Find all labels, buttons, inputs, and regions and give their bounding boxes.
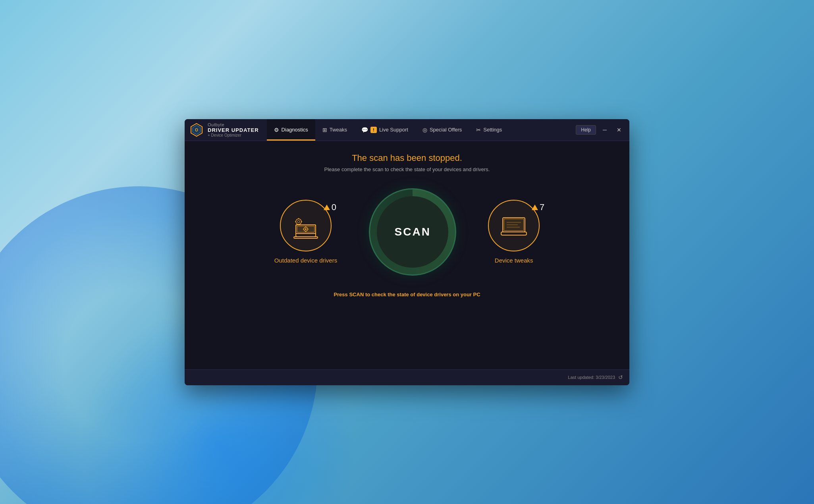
outdated-drivers-svg-icon xyxy=(290,210,322,241)
scan-outer-ring: SCAN xyxy=(369,188,456,276)
tab-live-support-label: Live Support xyxy=(379,127,408,133)
bottom-bar: Last updated: 3/23/2023 ↺ xyxy=(185,369,629,385)
tab-settings[interactable]: ✂ Settings xyxy=(469,119,509,141)
app-title-text: Outbyte DRIVER UPDATER + Device Optimize… xyxy=(208,122,259,137)
app-subtitle-label: + Device Optimizer xyxy=(208,133,259,137)
scan-button-wrap: SCAN xyxy=(369,188,456,276)
main-content: The scan has been stopped. Please comple… xyxy=(185,141,629,369)
tab-settings-label: Settings xyxy=(483,127,502,133)
tab-tweaks[interactable]: ⊞ Tweaks xyxy=(315,119,354,141)
warning-triangle-drivers xyxy=(324,205,330,210)
device-tweaks-count: 7 xyxy=(540,202,544,212)
device-tweaks-badge: 7 xyxy=(532,202,544,212)
outdated-drivers-icon-wrap: 0 xyxy=(280,200,332,251)
live-support-icon: 💬 xyxy=(361,127,368,133)
press-scan-keyword: SCAN xyxy=(349,292,364,297)
svg-rect-21 xyxy=(501,232,527,235)
press-scan-before: Press xyxy=(334,292,349,297)
device-tweaks-label: Device tweaks xyxy=(495,257,533,264)
window-controls: Help ─ ✕ xyxy=(576,124,625,135)
tab-live-support[interactable]: 💬 ! Live Support xyxy=(354,119,415,141)
app-title-label: DRIVER UPDATER xyxy=(208,127,259,133)
tab-diagnostics[interactable]: ⚙ Diagnostics xyxy=(267,119,315,141)
refresh-icon[interactable]: ↺ xyxy=(618,374,623,380)
tab-tweaks-label: Tweaks xyxy=(330,127,347,133)
scan-status-title: The scan has been stopped. xyxy=(352,153,462,163)
svg-rect-25 xyxy=(513,232,515,232)
special-offers-icon: ◎ xyxy=(422,127,427,133)
app-window: O Outbyte DRIVER UPDATER + Device Optimi… xyxy=(185,119,629,385)
svg-rect-5 xyxy=(294,237,318,238)
close-button[interactable]: ✕ xyxy=(613,124,625,135)
device-tweaks-icon-wrap: 7 xyxy=(488,200,540,251)
outdated-drivers-badge: 0 xyxy=(324,202,336,212)
help-button[interactable]: Help xyxy=(576,125,596,135)
title-bar: O Outbyte DRIVER UPDATER + Device Optimi… xyxy=(185,119,629,141)
press-scan-after: to check the state of device drivers on … xyxy=(364,292,480,297)
nav-tabs: ⚙ Diagnostics ⊞ Tweaks 💬 ! Live Support … xyxy=(267,119,576,141)
minimize-icon: ─ xyxy=(603,127,607,133)
svg-text:O: O xyxy=(195,128,198,132)
close-icon: ✕ xyxy=(617,127,621,133)
svg-point-8 xyxy=(305,228,307,230)
svg-point-13 xyxy=(296,219,301,224)
diagnostics-icon: ⚙ xyxy=(274,127,279,133)
scan-status-subtitle: Please complete the scan to check the st… xyxy=(324,166,490,172)
last-updated-label: Last updated: 3/23/2023 xyxy=(568,375,615,380)
outdated-drivers-count: 0 xyxy=(332,202,336,212)
app-vendor-label: Outbyte xyxy=(208,122,259,127)
tab-diagnostics-label: Diagnostics xyxy=(282,127,308,133)
device-tweaks-card: 7 Device tweaks xyxy=(488,200,540,264)
scan-area: 0 Outdated device drivers SCAN xyxy=(274,188,540,276)
device-tweaks-svg-icon xyxy=(498,210,530,241)
press-scan-instruction: Press SCAN to check the state of device … xyxy=(334,292,480,297)
tab-special-offers[interactable]: ◎ Special Offers xyxy=(415,119,469,141)
svg-point-14 xyxy=(297,220,300,223)
live-support-badge: ! xyxy=(370,127,377,133)
minimize-button[interactable]: ─ xyxy=(599,124,610,135)
app-logo-icon: O xyxy=(189,123,204,137)
scan-button-label: SCAN xyxy=(395,226,431,238)
tweaks-icon: ⊞ xyxy=(322,127,327,133)
warning-triangle-tweaks xyxy=(532,205,538,210)
outdated-drivers-label: Outdated device drivers xyxy=(274,257,337,264)
outdated-drivers-card: 0 Outdated device drivers xyxy=(274,200,337,264)
settings-icon: ✂ xyxy=(476,127,481,133)
tab-special-offers-label: Special Offers xyxy=(430,127,462,133)
app-logo: O Outbyte DRIVER UPDATER + Device Optimi… xyxy=(189,122,259,137)
scan-button[interactable]: SCAN xyxy=(377,196,448,268)
